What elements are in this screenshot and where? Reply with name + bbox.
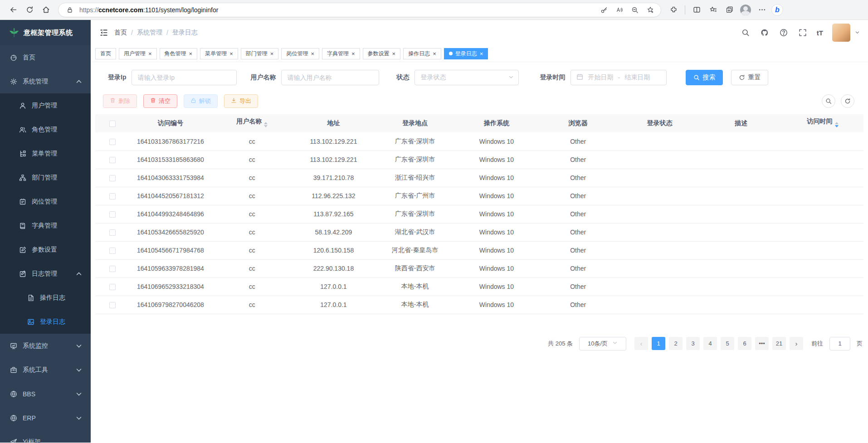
- user-avatar[interactable]: [832, 24, 850, 42]
- address-bar[interactable]: https://ccnetcore.com:1101/system/log/lo…: [58, 3, 661, 17]
- sidebar-item-log-mgmt[interactable]: 日志管理: [0, 262, 91, 286]
- table-row[interactable]: 1641053426655825920cc58.19.42.209湖北省-武汉市…: [95, 223, 863, 241]
- tab-home[interactable]: 首页: [95, 48, 116, 59]
- sidebar-item-user-mgmt[interactable]: 用户管理: [0, 93, 91, 117]
- more-icon[interactable]: [755, 3, 769, 17]
- table-row[interactable]: 1641031533185863680cc113.102.129.221广东省-…: [95, 151, 863, 169]
- table-row[interactable]: 1641054566717984768cc120.6.150.158河北省-秦皇…: [95, 241, 863, 259]
- back-icon[interactable]: [6, 3, 20, 17]
- sidebar-item-post-mgmt[interactable]: 岗位管理: [0, 190, 91, 214]
- close-icon[interactable]: ×: [351, 51, 355, 57]
- favorites-bar-icon[interactable]: [706, 3, 720, 17]
- search-button[interactable]: 搜索: [686, 70, 723, 85]
- lock-icon[interactable]: [64, 4, 76, 16]
- table-row[interactable]: 1641044520567181312cc112.96.225.132广东省-广…: [95, 187, 863, 205]
- goto-page-input[interactable]: [829, 337, 850, 351]
- collections-icon[interactable]: [722, 3, 736, 17]
- sidebar-item-menu-mgmt[interactable]: 菜单管理: [0, 141, 91, 166]
- sort-caret-icon[interactable]: [264, 120, 268, 129]
- table-row[interactable]: 1641031367863177216cc113.102.129.221广东省-…: [95, 132, 863, 151]
- row-checkbox[interactable]: [109, 139, 116, 145]
- table-row[interactable]: 1641069652933218304cc127.0.0.1本地-本机Windo…: [95, 277, 863, 296]
- page-button[interactable]: 5: [721, 337, 734, 350]
- tab-login-log[interactable]: 登录日志×: [444, 48, 488, 59]
- password-key-icon[interactable]: [598, 4, 610, 16]
- reload-icon[interactable]: [23, 3, 36, 17]
- row-checkbox[interactable]: [109, 248, 116, 254]
- column-header[interactable]: 访问时间: [782, 114, 863, 132]
- close-icon[interactable]: ×: [311, 51, 314, 57]
- app-logo[interactable]: 意框架管理系统: [0, 20, 91, 45]
- close-icon[interactable]: ×: [433, 51, 436, 57]
- row-checkbox[interactable]: [109, 229, 116, 236]
- sidebar-fold-icon[interactable]: [96, 25, 112, 40]
- close-icon[interactable]: ×: [392, 51, 396, 57]
- copilot-icon[interactable]: b: [771, 4, 783, 16]
- breadcrumb-item[interactable]: 首页: [114, 29, 127, 37]
- row-checkbox[interactable]: [109, 211, 116, 218]
- zoom-out-icon[interactable]: [629, 4, 641, 16]
- table-row[interactable]: 1641059633978281984cc222.90.130.18陕西省-西安…: [95, 259, 863, 277]
- search-icon[interactable]: [741, 28, 751, 38]
- tab-role-mgmt[interactable]: 角色管理×: [160, 48, 198, 59]
- page-size-select[interactable]: 10条/页: [579, 337, 626, 351]
- sidebar-item-system-mgmt[interactable]: 系统管理: [0, 69, 91, 93]
- tab-user-mgmt[interactable]: 用户管理×: [119, 48, 157, 59]
- row-checkbox[interactable]: [109, 193, 116, 200]
- page-button[interactable]: 4: [703, 337, 717, 350]
- table-row[interactable]: 1641044993248464896cc113.87.92.165广东省-深圳…: [95, 205, 863, 223]
- sidebar-item-login-log[interactable]: 登录日志: [0, 310, 91, 334]
- page-button[interactable]: 2: [669, 337, 683, 350]
- reset-button[interactable]: 重置: [731, 70, 768, 85]
- font-size-icon[interactable]: tT: [817, 29, 823, 37]
- sidebar-item-operation-log[interactable]: 操作日志: [0, 286, 91, 310]
- sidebar-item-dept-mgmt[interactable]: 部门管理: [0, 166, 91, 190]
- page-button[interactable]: 6: [738, 337, 751, 350]
- tab-param-settings[interactable]: 参数设置×: [363, 48, 401, 59]
- sidebar-item-param-settings[interactable]: 参数设置: [0, 238, 91, 262]
- select-all-checkbox[interactable]: [109, 121, 116, 127]
- next-page-button[interactable]: ›: [790, 337, 803, 350]
- table-row[interactable]: 1641043063331753984cc39.171.210.78浙江省-绍兴…: [95, 169, 863, 187]
- close-icon[interactable]: ×: [480, 51, 483, 57]
- sidebar-item-bbs[interactable]: BBS: [0, 382, 91, 406]
- row-checkbox[interactable]: [109, 302, 116, 308]
- close-icon[interactable]: ×: [229, 51, 233, 57]
- close-icon[interactable]: ×: [189, 51, 193, 57]
- close-icon[interactable]: ×: [148, 51, 152, 57]
- split-screen-icon[interactable]: [690, 3, 703, 17]
- home-icon[interactable]: [39, 3, 53, 17]
- row-checkbox[interactable]: [109, 266, 116, 272]
- extensions-icon[interactable]: [667, 3, 680, 17]
- page-button[interactable]: 1: [652, 337, 665, 350]
- more-pages-icon[interactable]: •••: [755, 337, 769, 350]
- page-button[interactable]: 3: [686, 337, 700, 350]
- clear-button[interactable]: 清空: [143, 94, 177, 108]
- sidebar-item-home[interactable]: 首页: [0, 45, 91, 69]
- date-range-picker[interactable]: 开始日期 - 结束日期: [571, 70, 667, 85]
- favorite-add-icon[interactable]: [644, 4, 656, 16]
- username-input[interactable]: [281, 70, 379, 85]
- sidebar-item-yi-framework[interactable]: Yi框架: [0, 430, 91, 443]
- question-icon[interactable]: [779, 28, 789, 38]
- tab-operation-log[interactable]: 操作日志×: [403, 48, 441, 59]
- tab-post-mgmt[interactable]: 岗位管理×: [281, 48, 319, 59]
- profile-icon[interactable]: [739, 3, 752, 17]
- row-checkbox[interactable]: [109, 284, 116, 290]
- sidebar-item-dict-mgmt[interactable]: 字典管理: [0, 214, 91, 238]
- row-checkbox[interactable]: [109, 175, 116, 181]
- ip-input[interactable]: [132, 70, 237, 85]
- sort-caret-icon[interactable]: [835, 120, 839, 129]
- show-search-button[interactable]: [822, 94, 835, 108]
- sidebar-item-system-monitor[interactable]: 系统监控: [0, 334, 91, 358]
- page-button[interactable]: 21: [772, 337, 786, 350]
- sidebar-item-erp[interactable]: ERP: [0, 406, 91, 430]
- fullscreen-icon[interactable]: [798, 28, 808, 38]
- status-select[interactable]: 登录状态: [414, 70, 519, 85]
- tab-dept-mgmt[interactable]: 部门管理×: [241, 48, 279, 59]
- row-checkbox[interactable]: [109, 157, 116, 163]
- refresh-table-button[interactable]: [841, 94, 854, 108]
- column-header[interactable]: 用户名称: [211, 114, 293, 132]
- close-icon[interactable]: ×: [270, 51, 274, 57]
- table-row[interactable]: 1641069798270046208cc127.0.0.1本地-本机Windo…: [95, 296, 863, 314]
